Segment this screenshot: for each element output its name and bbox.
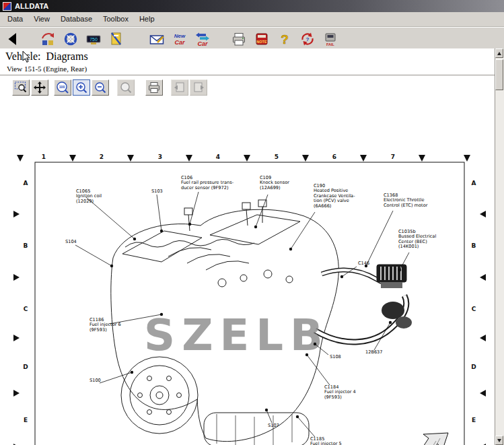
grid-row-label: A <box>472 180 476 186</box>
rotor-button[interactable] <box>62 30 79 48</box>
zoom-toolbar: 100 <box>0 77 495 98</box>
update-help-label: ? <box>306 36 310 42</box>
grid-row-label: E <box>24 417 28 423</box>
zoom-region-icon <box>14 81 28 94</box>
menu-item-help[interactable]: Help <box>134 13 160 25</box>
leader-line-C1185 <box>297 417 315 437</box>
window-title: ALLDATA <box>15 2 48 10</box>
grid-row-label: B <box>24 242 28 249</box>
diagram-area[interactable]: SZELB 4.0L engine, rear front of vehicle… <box>0 145 495 445</box>
fail-button[interactable]: FAIL <box>322 30 339 48</box>
leader-dot-C190 <box>289 248 292 250</box>
callout-S104: S104 <box>65 239 77 244</box>
menubar: DataViewDatabaseToolboxHelp <box>0 12 504 27</box>
zoom-in-button[interactable] <box>73 79 90 96</box>
scroll-down-button[interactable] <box>495 436 503 445</box>
odometer-value: 750 <box>89 37 98 42</box>
leader-dot-S100 <box>131 371 133 374</box>
leader-dot-C109 <box>254 226 257 228</box>
back-icon <box>5 31 21 47</box>
zoom-percent-label: 100 <box>59 85 65 89</box>
inspect-button[interactable] <box>117 79 135 96</box>
odometer-icon: 750 <box>85 31 102 47</box>
front-of-vehicle-arrow-icon <box>416 433 448 445</box>
note-button[interactable]: NOTE <box>253 30 271 48</box>
grid-row-label: C <box>24 306 28 312</box>
callout-S103: S103 <box>151 189 163 194</box>
help-button[interactable]: ? <box>276 30 293 48</box>
menu-item-toolbox[interactable]: Toolbox <box>98 13 134 25</box>
fail-icon: FAIL <box>322 31 338 47</box>
prev-diagram-icon <box>173 81 186 94</box>
grid-marker-top <box>127 155 134 162</box>
content-area: Vehicle: Diagrams View 151-5 (Engine, Re… <box>0 48 495 445</box>
back-button[interactable] <box>4 30 22 48</box>
inspect-icon <box>119 81 133 94</box>
leader-dot-C106 <box>188 223 191 226</box>
scroll-up-icon <box>497 52 501 55</box>
note-label: NOTE <box>256 39 267 43</box>
callout-S107: S107 <box>268 423 279 428</box>
scroll-thumb[interactable] <box>495 59 503 90</box>
update-help-button[interactable]: ? <box>299 30 316 48</box>
next-diagram-button[interactable] <box>190 79 207 96</box>
change-car-label: Car <box>197 40 208 46</box>
grid-row-label: C <box>472 306 476 312</box>
odometer-button[interactable]: 750 <box>85 30 102 48</box>
grid-marker-top <box>464 155 470 162</box>
grid-marker-top <box>419 155 425 162</box>
menu-item-view[interactable]: View <box>28 13 55 25</box>
mail-button[interactable] <box>148 30 166 48</box>
new-car-button[interactable]: New Car <box>171 30 188 48</box>
grid-row-label: A <box>24 180 28 186</box>
callout-C109: C109Knock sensor(12A699) <box>260 175 289 191</box>
help-label: ? <box>281 32 289 46</box>
bookmark-icon <box>108 31 124 47</box>
zoom-100-button[interactable]: 100 <box>54 79 71 96</box>
report-button[interactable] <box>39 30 57 48</box>
change-car-button[interactable]: Car <box>194 30 211 48</box>
scroll-up-button[interactable] <box>495 48 503 58</box>
grid-marker-right <box>480 390 486 397</box>
menu-item-database[interactable]: Database <box>55 13 98 25</box>
leader-line-C1368 <box>366 211 393 266</box>
toolbar-group-vehicle: 750 <box>39 30 125 48</box>
print-button[interactable] <box>230 30 248 48</box>
leader-line-S103 <box>157 195 161 231</box>
grid-col-label: 7 <box>391 153 395 160</box>
callout-C1185: C1185Fuel injector 5(9F593) <box>310 436 342 445</box>
leader-line-C190 <box>291 212 315 249</box>
new-car-label-bottom: Car <box>174 39 185 46</box>
rotor-icon <box>63 31 79 47</box>
zoom-out-button[interactable] <box>92 79 109 96</box>
grid-marker-top <box>244 155 250 162</box>
pan-button[interactable] <box>31 79 48 96</box>
grid-marker-right <box>480 335 486 341</box>
grid-marker-top <box>17 155 24 162</box>
zoom-region-button[interactable] <box>12 79 30 96</box>
leader-line-S107 <box>266 410 272 423</box>
leader-line-S104 <box>75 245 112 266</box>
zoom-in-icon <box>75 81 88 94</box>
note-icon: NOTE <box>254 31 270 47</box>
callout-S100: S100 <box>89 378 101 383</box>
leader-line-C109 <box>256 195 268 227</box>
callout-C1184: C1184Fuel injector 4(9F593) <box>324 384 356 400</box>
mail-icon <box>149 31 165 47</box>
vertical-scrollbar[interactable] <box>495 48 504 445</box>
leader-dot-S107 <box>265 409 268 411</box>
heading-row: Vehicle: Diagrams <box>0 48 495 64</box>
grid-marker-top <box>186 155 192 162</box>
bookmark-button[interactable] <box>108 30 125 48</box>
leader-dot-C1065 <box>133 238 136 240</box>
leader-dot-C1184 <box>305 353 308 356</box>
app-window: ALLDATA DataViewDatabaseToolboxHelp <box>0 0 504 445</box>
callout-C1186: C1186Fuel injector 6(9F593) <box>89 317 121 333</box>
grid-marker-right <box>480 211 486 217</box>
menu-item-data[interactable]: Data <box>2 13 28 25</box>
pan-icon <box>33 81 46 94</box>
callout-C1065: C1065Ignition coil(12029) <box>76 189 102 204</box>
scroll-down-icon <box>497 439 501 442</box>
prev-diagram-button[interactable] <box>171 79 188 96</box>
print-diagram-button[interactable] <box>145 79 163 96</box>
